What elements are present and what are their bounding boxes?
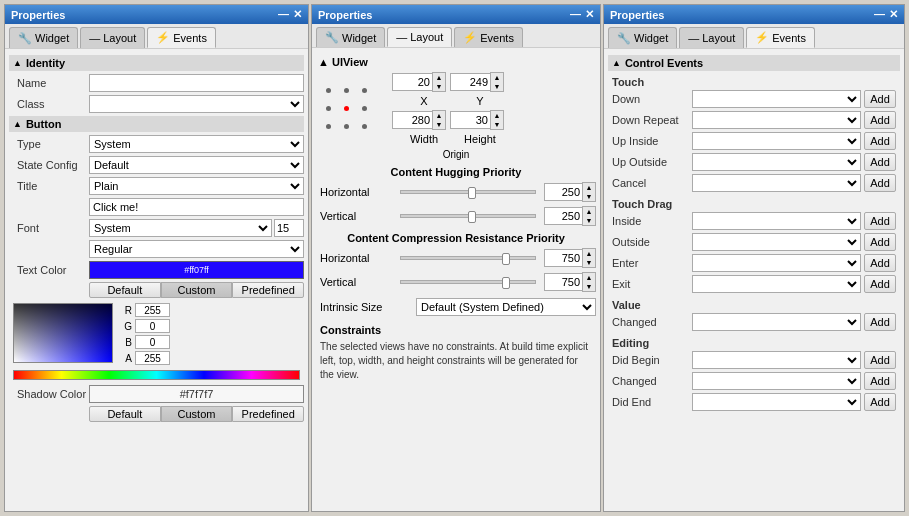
did-begin-add-btn[interactable]: Add <box>864 351 896 369</box>
custom-btn[interactable]: Custom <box>161 282 233 298</box>
did-end-select[interactable] <box>692 393 861 411</box>
y-spinbox-btns[interactable]: ▲ ▼ <box>490 72 504 92</box>
vert-value-input[interactable] <box>544 207 582 225</box>
mid-panel-controls[interactable]: — ✕ <box>570 8 594 21</box>
anchor-dot-bc[interactable] <box>344 124 349 129</box>
comp-vert-value-input[interactable] <box>544 273 582 291</box>
width-input[interactable] <box>392 111 432 129</box>
text-color-swatch[interactable]: #ff07ff <box>89 261 304 279</box>
y-input[interactable] <box>450 73 490 91</box>
comp-vert-track[interactable] <box>400 280 536 284</box>
comp-vert-down-btn[interactable]: ▼ <box>583 282 595 291</box>
mid-close-icon[interactable]: ✕ <box>585 8 594 21</box>
tab-layout-right[interactable]: — Layout <box>679 27 744 48</box>
x-down-btn[interactable]: ▼ <box>433 82 445 91</box>
height-input[interactable] <box>450 111 490 129</box>
font-size-input[interactable] <box>274 219 304 237</box>
comp-horiz-thumb[interactable] <box>502 253 510 265</box>
state-select[interactable]: Default <box>89 156 304 174</box>
width-up-btn[interactable]: ▲ <box>433 111 445 120</box>
right-close-icon[interactable]: ✕ <box>889 8 898 21</box>
a-value-input[interactable] <box>135 351 170 365</box>
right-panel-controls[interactable]: — ✕ <box>874 8 898 21</box>
tab-widget-right[interactable]: 🔧 Widget <box>608 27 677 48</box>
close-icon[interactable]: ✕ <box>293 8 302 21</box>
comp-horiz-value-input[interactable] <box>544 249 582 267</box>
enter-add-btn[interactable]: Add <box>864 254 896 272</box>
width-down-btn[interactable]: ▼ <box>433 120 445 129</box>
changed-value-add-btn[interactable]: Add <box>864 313 896 331</box>
anchor-dot-tr[interactable] <box>362 88 367 93</box>
comp-vert-thumb[interactable] <box>502 277 510 289</box>
tab-layout-left[interactable]: — Layout <box>80 27 145 48</box>
font-weight-select[interactable]: Regular <box>89 240 304 258</box>
predefined-btn[interactable]: Predefined <box>232 282 304 298</box>
exit-add-btn[interactable]: Add <box>864 275 896 293</box>
changed-edit-select[interactable] <box>692 372 861 390</box>
outside-add-btn[interactable]: Add <box>864 233 896 251</box>
b-value-input[interactable] <box>135 335 170 349</box>
font-family-select[interactable]: System <box>89 219 272 237</box>
tab-widget-left[interactable]: 🔧 Widget <box>9 27 78 48</box>
comp-vert-spinbox-btns[interactable]: ▲ ▼ <box>582 272 596 292</box>
tab-widget-mid[interactable]: 🔧 Widget <box>316 27 385 47</box>
width-spinbox-btns[interactable]: ▲ ▼ <box>432 110 446 130</box>
horiz-thumb[interactable] <box>468 187 476 199</box>
default-btn[interactable]: Default <box>89 282 161 298</box>
tab-events-mid[interactable]: ⚡ Events <box>454 27 523 47</box>
g-value-input[interactable] <box>135 319 170 333</box>
x-spinbox-btns[interactable]: ▲ ▼ <box>432 72 446 92</box>
title-text-input[interactable] <box>89 198 304 216</box>
anchor-dot-mr[interactable] <box>362 106 367 111</box>
enter-select[interactable] <box>692 254 861 272</box>
x-up-btn[interactable]: ▲ <box>433 73 445 82</box>
color-gradient-picker[interactable] <box>13 303 113 363</box>
shadow-swatch[interactable]: #f7f7f7 <box>89 385 304 403</box>
type-select[interactable]: System <box>89 135 304 153</box>
vert-spinbox-btns[interactable]: ▲ ▼ <box>582 206 596 226</box>
vert-down-btn[interactable]: ▼ <box>583 216 595 225</box>
up-outside-select[interactable] <box>692 153 861 171</box>
horiz-down-btn[interactable]: ▼ <box>583 192 595 201</box>
height-spinbox-btns[interactable]: ▲ ▼ <box>490 110 504 130</box>
color-spectrum-bar[interactable] <box>13 370 300 380</box>
cancel-select[interactable] <box>692 174 861 192</box>
y-up-btn[interactable]: ▲ <box>491 73 503 82</box>
tab-layout-mid[interactable]: — Layout <box>387 27 452 47</box>
mid-pin-icon[interactable]: — <box>570 8 581 21</box>
class-select[interactable] <box>89 95 304 113</box>
x-input[interactable] <box>392 73 432 91</box>
cancel-add-btn[interactable]: Add <box>864 174 896 192</box>
did-end-add-btn[interactable]: Add <box>864 393 896 411</box>
up-inside-select[interactable] <box>692 132 861 150</box>
comp-horiz-spinbox-btns[interactable]: ▲ ▼ <box>582 248 596 268</box>
anchor-dot-ml[interactable] <box>326 106 331 111</box>
horiz-spinbox-btns[interactable]: ▲ ▼ <box>582 182 596 202</box>
vert-track[interactable] <box>400 214 536 218</box>
right-pin-icon[interactable]: — <box>874 8 885 21</box>
y-down-btn[interactable]: ▼ <box>491 82 503 91</box>
horiz-value-input[interactable] <box>544 183 582 201</box>
shadow-predefined-btn[interactable]: Predefined <box>232 406 304 422</box>
horiz-track[interactable] <box>400 190 536 194</box>
anchor-dot-bl[interactable] <box>326 124 331 129</box>
height-down-btn[interactable]: ▼ <box>491 120 503 129</box>
did-begin-select[interactable] <box>692 351 861 369</box>
horiz-up-btn[interactable]: ▲ <box>583 183 595 192</box>
down-repeat-add-btn[interactable]: Add <box>864 111 896 129</box>
up-inside-add-btn[interactable]: Add <box>864 132 896 150</box>
tab-events-left[interactable]: ⚡ Events <box>147 27 216 48</box>
anchor-dot-tl[interactable] <box>326 88 331 93</box>
vert-up-btn[interactable]: ▲ <box>583 207 595 216</box>
anchor-dot-br[interactable] <box>362 124 367 129</box>
pin-icon[interactable]: — <box>278 8 289 21</box>
name-input[interactable] <box>89 74 304 92</box>
anchor-dot-mc[interactable] <box>344 106 349 111</box>
up-outside-add-btn[interactable]: Add <box>864 153 896 171</box>
shadow-custom-btn[interactable]: Custom <box>161 406 233 422</box>
exit-select[interactable] <box>692 275 861 293</box>
down-repeat-select[interactable] <box>692 111 861 129</box>
left-panel-controls[interactable]: — ✕ <box>278 8 302 21</box>
changed-value-select[interactable] <box>692 313 861 331</box>
comp-horiz-up-btn[interactable]: ▲ <box>583 249 595 258</box>
